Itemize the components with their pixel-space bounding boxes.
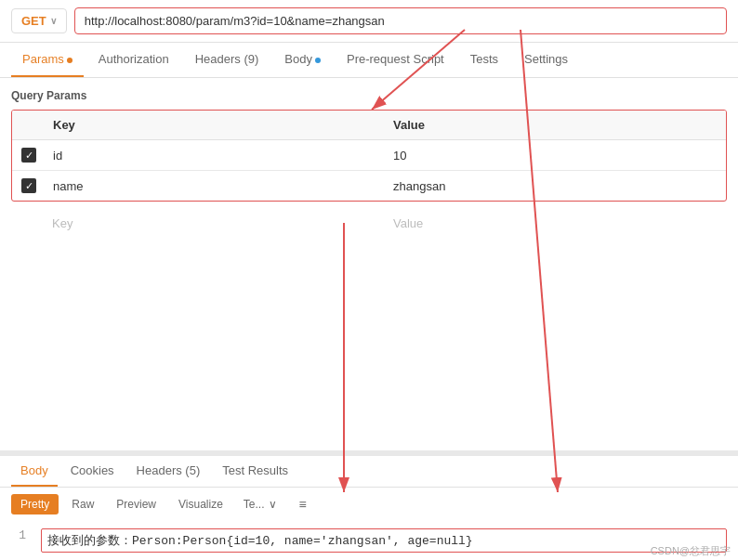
row2-check[interactable]: ✓ — [12, 171, 46, 201]
format-tab-raw[interactable]: Raw — [62, 494, 103, 514]
header-value: Value — [386, 111, 726, 139]
empty-key: Key — [45, 213, 386, 234]
format-tab-pretty[interactable]: Pretty — [11, 494, 59, 514]
bottom-section: Body Cookies Headers (5) Test Results Pr… — [0, 450, 738, 560]
row2-key: name — [46, 172, 386, 201]
method-select[interactable]: GET ∨ — [11, 8, 67, 33]
format-type-select[interactable]: Te... ∨ — [236, 494, 284, 514]
watermark: CSDN@忿君思宇 — [651, 544, 731, 558]
format-tab-preview[interactable]: Preview — [107, 494, 165, 514]
table-row: ✓ id 10 — [12, 140, 726, 171]
tab-prerequest[interactable]: Pre-request Script — [336, 43, 455, 77]
response-tabs: Body Cookies Headers (5) Test Results — [0, 456, 738, 488]
header-key: Key — [46, 111, 386, 139]
params-dot — [67, 58, 72, 63]
format-tab-visualize[interactable]: Visualize — [169, 494, 232, 514]
empty-value: Value — [386, 213, 727, 234]
code-output: 1 接收到的参数：Person:Person{id=10, name='zhan… — [0, 521, 738, 560]
response-tab-headers[interactable]: Headers (5) — [127, 456, 210, 487]
wrap-icon[interactable]: ≡ — [292, 493, 314, 515]
method-label: GET — [21, 14, 46, 28]
checkbox-id[interactable]: ✓ — [21, 148, 36, 163]
params-table: Key Value ✓ id 10 ✓ name zhangsan — [11, 110, 727, 202]
code-line-1: 1 接收到的参数：Person:Person{id=10, name='zhan… — [11, 528, 727, 553]
row1-value: 10 — [386, 141, 726, 170]
row2-value: zhangsan — [386, 172, 726, 201]
url-bar: GET ∨ — [0, 0, 738, 43]
request-tabs: Params Authorization Headers (9) Body Pr… — [0, 43, 738, 78]
table-row: ✓ name zhangsan — [12, 171, 726, 201]
tab-params[interactable]: Params — [11, 43, 84, 77]
query-params-title: Query Params — [11, 89, 727, 102]
tab-authorization[interactable]: Authorization — [87, 43, 180, 77]
checkbox-name[interactable]: ✓ — [21, 178, 36, 193]
url-input[interactable] — [74, 7, 727, 34]
method-chevron: ∨ — [50, 16, 57, 26]
body-dot — [315, 58, 321, 63]
params-empty-row: Key Value — [11, 209, 727, 238]
format-tabs-row: Pretty Raw Preview Visualize Te... ∨ ≡ — [0, 488, 738, 521]
line-number: 1 — [11, 528, 26, 553]
tab-body[interactable]: Body — [273, 43, 332, 77]
response-tab-cookies[interactable]: Cookies — [61, 456, 124, 487]
tab-settings[interactable]: Settings — [513, 43, 579, 77]
header-check-col — [12, 111, 46, 139]
tab-tests[interactable]: Tests — [459, 43, 509, 77]
main-content: Query Params Key Value ✓ id 10 ✓ n — [0, 78, 738, 249]
response-code-text: 接收到的参数：Person:Person{id=10, name='zhangs… — [41, 528, 727, 553]
tab-headers[interactable]: Headers (9) — [184, 43, 270, 77]
params-table-header: Key Value — [12, 111, 726, 140]
row1-check[interactable]: ✓ — [12, 140, 46, 170]
response-tab-body[interactable]: Body — [11, 456, 58, 487]
format-type-label: Te... — [244, 498, 265, 511]
row1-key: id — [46, 141, 386, 170]
response-tab-testresults[interactable]: Test Results — [213, 456, 297, 487]
format-chevron: ∨ — [269, 498, 277, 511]
